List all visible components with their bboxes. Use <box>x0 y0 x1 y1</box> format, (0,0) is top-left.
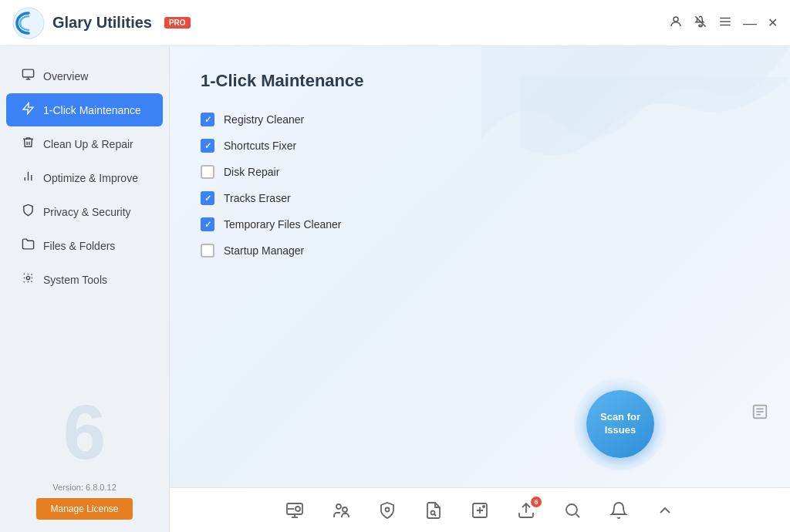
svg-rect-5 <box>22 69 33 77</box>
check-label-shortcuts: Shortcuts Fixer <box>224 140 296 152</box>
sidebar-label-optimize: Optimize & Improve <box>43 172 138 184</box>
title-bar-controls: — ✕ <box>669 15 778 32</box>
sidebar-item-overview[interactable]: Overview <box>6 59 163 93</box>
sidebar-label-tools: System Tools <box>43 274 107 286</box>
sidebar-label-1click: 1-Click Maintenance <box>43 104 141 116</box>
svg-point-20 <box>295 507 300 511</box>
sidebar-nav: Overview 1-Click Maintenance Clean Up & … <box>0 59 169 470</box>
sidebar-item-1click[interactable]: 1-Click Maintenance <box>6 93 163 126</box>
sidebar-item-cleanup[interactable]: Clean Up & Repair <box>6 127 163 160</box>
scan-area: Scan forIssues <box>574 378 667 470</box>
toolbar-btn-bell[interactable] <box>606 498 631 523</box>
sidebar: Overview 1-Click Maintenance Clean Up & … <box>0 46 170 532</box>
pro-badge: PRO <box>164 17 191 29</box>
svg-point-26 <box>482 505 485 508</box>
check-item-startup: Startup Manager <box>201 244 759 258</box>
checkbox-startup[interactable] <box>201 244 214 258</box>
sidebar-item-privacy[interactable]: Privacy & Security <box>6 195 163 228</box>
1click-icon <box>20 102 35 118</box>
check-item-shortcuts: Shortcuts Fixer <box>201 139 759 153</box>
content-inner: 1-Click Maintenance Registry Cleaner Sho… <box>170 46 790 487</box>
toolbar-btn-users[interactable] <box>329 498 353 523</box>
check-item-tracks: Tracks Eraser <box>201 191 759 205</box>
optimize-icon <box>20 170 35 186</box>
check-label-registry: Registry Cleaner <box>224 113 304 126</box>
svg-point-1 <box>674 17 678 22</box>
checkbox-shortcuts[interactable] <box>201 139 214 153</box>
svg-point-23 <box>386 507 390 511</box>
toolbar-btn-task[interactable] <box>468 498 492 523</box>
minimize-icon[interactable]: — <box>743 16 757 30</box>
toolbar-btn-chevron-up[interactable] <box>653 498 677 523</box>
sidebar-label-privacy: Privacy & Security <box>43 206 131 218</box>
toolbar-btn-monitor[interactable] <box>282 498 307 523</box>
manage-license-button[interactable]: Manage License <box>36 498 132 520</box>
sidebar-label-files: Files & Folders <box>43 240 115 252</box>
app-logo <box>12 7 45 39</box>
checkbox-tracks[interactable] <box>201 191 214 205</box>
menu-icon[interactable] <box>718 15 732 32</box>
upload-badge: 6 <box>531 497 542 507</box>
cleanup-icon <box>20 136 35 152</box>
title-bar: Glary Utilities PRO — ✕ <box>0 0 790 46</box>
logo-area: Glary Utilities PRO <box>12 7 191 39</box>
svg-point-28 <box>566 504 577 515</box>
svg-point-22 <box>343 507 347 512</box>
check-label-temp: Temporary Files Cleaner <box>224 218 342 231</box>
check-label-tracks: Tracks Eraser <box>224 192 291 204</box>
toolbar-btn-search[interactable] <box>560 498 585 523</box>
scan-button[interactable]: Scan forIssues <box>586 390 654 458</box>
files-icon <box>20 237 35 254</box>
check-item-temp: Temporary Files Cleaner <box>201 217 759 231</box>
main-layout: Overview 1-Click Maintenance Clean Up & … <box>0 46 790 532</box>
content-area: 1-Click Maintenance Registry Cleaner Sho… <box>170 46 790 532</box>
sidebar-label-overview: Overview <box>43 70 88 82</box>
toolbar-btn-file[interactable] <box>421 498 446 523</box>
page-title: 1-Click Maintenance <box>201 71 759 91</box>
svg-point-12 <box>26 276 29 279</box>
checkbox-registry[interactable] <box>201 113 214 126</box>
svg-point-21 <box>336 504 341 509</box>
close-icon[interactable]: ✕ <box>768 15 778 30</box>
privacy-icon <box>20 204 35 220</box>
svg-point-24 <box>431 510 435 514</box>
checkbox-temp[interactable] <box>201 217 214 231</box>
checkbox-disk[interactable] <box>201 165 214 179</box>
version-text: Version: 6.8.0.12 <box>12 483 157 492</box>
sidebar-item-optimize[interactable]: Optimize & Improve <box>6 161 163 194</box>
check-label-startup: Startup Manager <box>224 244 304 257</box>
check-label-disk: Disk Repair <box>224 166 279 178</box>
note-icon[interactable] <box>751 403 768 424</box>
svg-marker-8 <box>23 103 33 113</box>
svg-line-29 <box>576 513 579 517</box>
sidebar-item-tools[interactable]: System Tools <box>6 263 163 296</box>
overview-icon <box>20 68 35 84</box>
check-item-registry: Registry Cleaner <box>201 113 759 126</box>
check-item-disk: Disk Repair <box>201 165 759 179</box>
account-icon[interactable] <box>669 15 683 32</box>
app-title: Glary Utilities <box>52 14 152 32</box>
scan-btn-glow: Scan forIssues <box>574 378 667 470</box>
toolbar-btn-shield[interactable] <box>375 498 400 523</box>
bottom-toolbar: 6 <box>170 487 790 532</box>
notification-icon[interactable] <box>694 15 707 32</box>
toolbar-btn-upload[interactable]: 6 <box>514 498 538 523</box>
tools-icon <box>20 271 35 288</box>
checklist: Registry Cleaner Shortcuts Fixer Disk Re… <box>201 113 759 258</box>
sidebar-label-cleanup: Clean Up & Repair <box>43 138 133 150</box>
sidebar-item-files[interactable]: Files & Folders <box>6 229 163 262</box>
sidebar-footer: Version: 6.8.0.12 Manage License <box>0 470 169 532</box>
